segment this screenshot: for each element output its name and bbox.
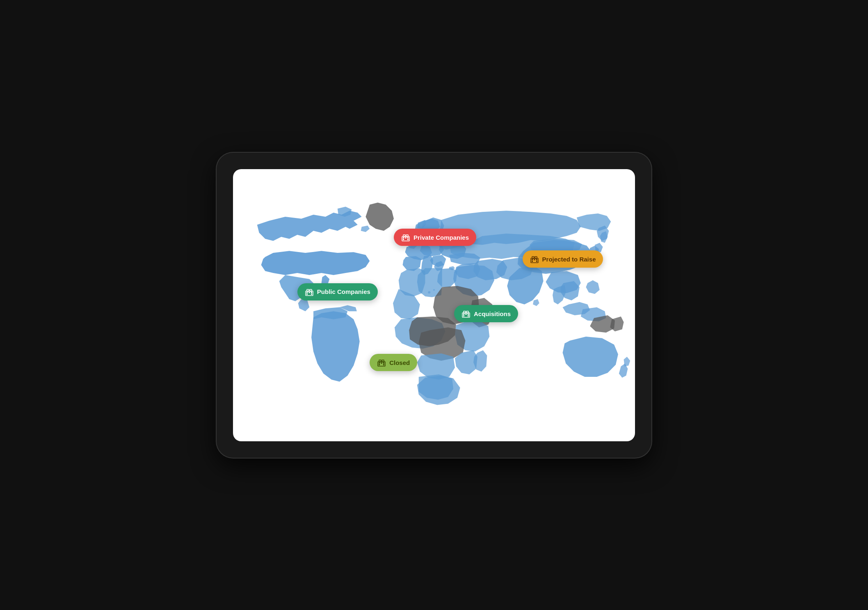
svg-rect-25: [466, 314, 467, 315]
svg-rect-17: [308, 292, 310, 293]
svg-rect-5: [402, 236, 409, 241]
svg-rect-22: [464, 311, 466, 313]
svg-rect-15: [310, 289, 312, 291]
svg-rect-24: [463, 314, 464, 315]
public-companies-label: Public Companies: [317, 288, 370, 295]
svg-rect-12: [407, 239, 409, 240]
svg-rect-35: [379, 364, 380, 365]
svg-rect-43: [532, 261, 533, 262]
svg-rect-44: [536, 261, 537, 262]
svg-rect-28: [468, 315, 469, 316]
closed-icon: [377, 358, 386, 367]
public-companies-badge[interactable]: Public Companies: [297, 283, 378, 300]
svg-rect-18: [311, 292, 312, 293]
public-companies-icon: [305, 287, 314, 296]
svg-rect-20: [311, 294, 312, 295]
svg-rect-19: [306, 294, 308, 295]
private-companies-badge[interactable]: Private Companies: [394, 229, 476, 246]
svg-rect-27: [463, 315, 464, 316]
svg-rect-10: [407, 237, 409, 238]
svg-rect-16: [306, 292, 308, 293]
svg-rect-23: [466, 311, 468, 313]
svg-rect-40: [532, 259, 533, 260]
world-map-svg: [233, 169, 635, 441]
map-wrapper: Private Companies Public Companie: [233, 169, 635, 441]
svg-rect-29: [378, 362, 385, 366]
svg-rect-9: [405, 237, 407, 238]
svg-rect-37: [531, 258, 538, 263]
private-companies-label: Private Companies: [413, 234, 469, 241]
projected-to-raise-label: Projected to Raise: [542, 256, 596, 263]
svg-rect-8: [403, 237, 404, 238]
svg-rect-38: [532, 257, 534, 259]
acquisitions-label: Acquisitions: [474, 310, 511, 317]
svg-rect-32: [379, 362, 380, 364]
svg-rect-31: [382, 360, 384, 362]
device-frame: Private Companies Public Companie: [217, 153, 651, 458]
svg-rect-26: [468, 314, 469, 315]
projected-to-raise-badge[interactable]: Projected to Raise: [523, 250, 603, 268]
svg-rect-7: [406, 235, 408, 237]
svg-rect-41: [534, 259, 535, 260]
acquisitions-badge[interactable]: Acquisitions: [454, 305, 518, 322]
svg-rect-14: [307, 289, 309, 291]
svg-rect-11: [403, 239, 404, 240]
svg-rect-21: [462, 313, 470, 317]
map-container: Private Companies Public Companie: [233, 169, 635, 441]
svg-point-2: [433, 289, 435, 291]
svg-rect-34: [383, 362, 384, 364]
svg-rect-13: [306, 291, 313, 296]
svg-rect-30: [379, 360, 381, 362]
acquisitions-icon: [461, 309, 471, 318]
projected-to-raise-icon: [530, 255, 539, 264]
svg-rect-42: [536, 259, 537, 260]
closed-label: Closed: [389, 359, 410, 366]
closed-badge[interactable]: Closed: [370, 354, 417, 371]
svg-point-1: [428, 291, 430, 294]
svg-rect-36: [383, 364, 384, 365]
svg-rect-6: [403, 235, 405, 237]
private-companies-icon: [401, 233, 410, 242]
svg-rect-39: [535, 257, 537, 259]
svg-rect-33: [381, 362, 382, 364]
